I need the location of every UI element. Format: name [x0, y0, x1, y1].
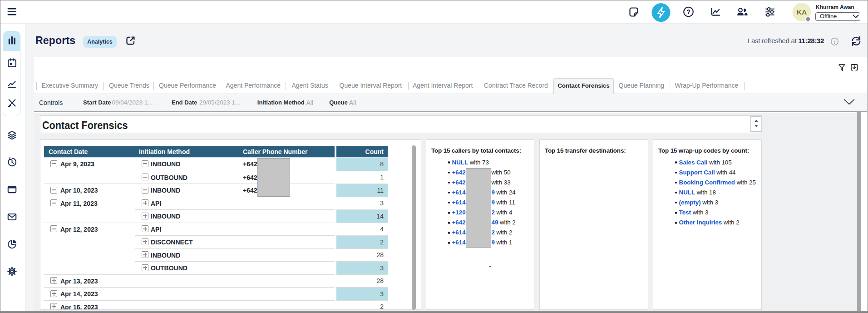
svg-text:i: i: [834, 39, 835, 45]
svg-text:KA: KA: [797, 8, 807, 16]
svg-text:?: ?: [686, 8, 690, 15]
